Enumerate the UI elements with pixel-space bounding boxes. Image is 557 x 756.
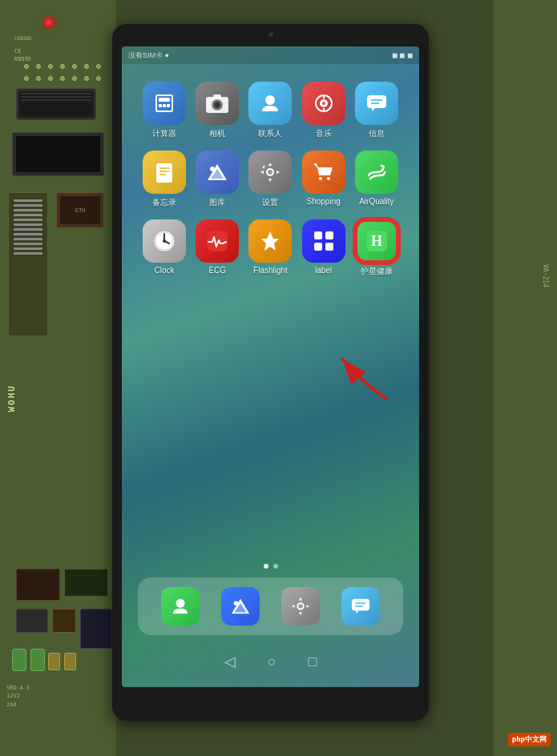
music-label: 音乐: [316, 128, 332, 139]
dock-gallery[interactable]: [221, 587, 260, 625]
svg-point-25: [268, 170, 272, 175]
app-clock[interactable]: Clock: [139, 219, 189, 277]
solder-point: [24, 76, 29, 81]
svg-rect-17: [156, 163, 172, 183]
dock-messages[interactable]: [341, 587, 380, 625]
svg-text:H: H: [371, 233, 382, 249]
app-notes[interactable]: 备忘录: [139, 151, 189, 208]
ecg-label: ECG: [208, 266, 226, 275]
gallery-label: 图库: [209, 197, 225, 208]
app-health[interactable]: H 护星健康: [352, 219, 402, 277]
pcb-label-top: CEB365: [14, 35, 32, 41]
app-dock: [138, 577, 403, 635]
ecg-icon: [196, 219, 239, 263]
camera-icon: [196, 82, 239, 125]
status-left: 没有SIM卡 ●: [128, 50, 169, 61]
recents-button[interactable]: □: [309, 653, 317, 670]
solder-point: [36, 64, 41, 69]
clock-icon: [143, 219, 186, 263]
notes-icon: [143, 151, 186, 194]
settings-icon: [248, 151, 292, 194]
app-contacts[interactable]: 联系人: [245, 82, 295, 139]
dock-contacts[interactable]: [161, 587, 200, 625]
calculator-label: 计算器: [152, 128, 176, 139]
tablet-front-camera: [268, 32, 273, 37]
solder-point: [60, 76, 65, 81]
status-bar: 没有SIM卡 ● ◼ ◼ ◼: [122, 46, 419, 64]
svg-rect-4: [167, 104, 170, 107]
clock-label: Clock: [155, 266, 175, 275]
connector-left: [8, 192, 48, 336]
ic-chip-2: [12, 132, 104, 176]
solder-point: [72, 76, 77, 81]
app-shopping[interactable]: Shopping: [299, 151, 349, 208]
right-side-label: VA-214: [542, 264, 549, 288]
svg-point-47: [298, 604, 303, 609]
app-row-3: Clock ECG: [138, 219, 403, 277]
dock-settings[interactable]: [281, 587, 320, 625]
svg-marker-34: [261, 231, 279, 251]
pcb-label-r: R9595: [14, 56, 31, 62]
svg-point-27: [327, 177, 330, 180]
ic-chip: [16, 88, 96, 120]
solder-point: [24, 64, 29, 69]
app-row-2: 备忘录 图库: [138, 151, 403, 208]
pcb-bottom-label2: 12V2: [6, 693, 20, 699]
svg-point-26: [319, 177, 322, 180]
solder-point: [96, 76, 101, 81]
tablet-screen: 没有SIM卡 ● ◼ ◼ ◼: [122, 46, 419, 687]
contacts-icon: [248, 82, 292, 125]
svg-rect-36: [325, 231, 333, 239]
svg-rect-35: [314, 231, 322, 239]
svg-point-13: [322, 102, 325, 105]
app-airquality[interactable]: AirQuality: [352, 151, 402, 208]
app-gallery[interactable]: 图库: [192, 151, 242, 208]
red-arrow-annotation: [314, 343, 410, 407]
calculator-icon: [143, 82, 186, 125]
app-flashlight[interactable]: Flashlight: [245, 219, 295, 277]
svg-rect-9: [213, 94, 221, 99]
page-dot-2: [273, 564, 278, 569]
back-button[interactable]: ◁: [224, 653, 236, 670]
app-label[interactable]: label: [299, 219, 349, 277]
app-messages[interactable]: 信息: [352, 82, 402, 139]
page-dot-1: [264, 564, 268, 569]
app-camera[interactable]: 相机: [192, 82, 242, 139]
health-icon: H: [355, 219, 398, 263]
svg-rect-38: [325, 243, 333, 251]
svg-point-8: [215, 103, 220, 107]
contacts-label: 联系人: [258, 128, 282, 139]
label-app-label: label: [315, 266, 332, 275]
tablet-device: 没有SIM卡 ● ◼ ◼ ◼: [112, 24, 429, 721]
shopping-label: Shopping: [307, 197, 341, 206]
page-indicator: [122, 564, 419, 569]
solder-point: [48, 76, 53, 81]
gallery-icon: [196, 151, 239, 194]
messages-icon: [355, 82, 398, 125]
svg-rect-14: [367, 95, 386, 108]
notes-label: 备忘录: [152, 197, 176, 208]
app-ecg[interactable]: ECG: [192, 219, 242, 277]
solder-point: [72, 64, 77, 69]
svg-point-23: [210, 167, 215, 171]
flashlight-icon: [248, 219, 292, 263]
battery-status: ◼ ◼ ◼: [392, 51, 413, 59]
svg-rect-1: [159, 98, 170, 102]
home-button[interactable]: ○: [268, 653, 276, 670]
pcb-bottom-components: [8, 561, 112, 737]
status-right: ◼ ◼ ◼: [392, 51, 413, 59]
solder-point: [96, 64, 101, 69]
svg-rect-3: [163, 104, 166, 107]
app-calculator[interactable]: 计算器: [139, 82, 189, 139]
svg-point-45: [234, 601, 239, 606]
shopping-icon: [302, 151, 345, 194]
app-settings[interactable]: 设置: [245, 151, 295, 208]
svg-rect-2: [159, 104, 162, 107]
connector-block: ETH: [56, 192, 104, 228]
solder-point: [36, 76, 41, 81]
app-music[interactable]: 音乐: [299, 82, 349, 139]
pcb-bottom-label3: 2mA: [6, 702, 17, 708]
pcb-label-ce: CE: [14, 48, 21, 54]
pcb-right-panel: [493, 0, 557, 756]
sim-status: 没有SIM卡 ●: [128, 50, 169, 61]
